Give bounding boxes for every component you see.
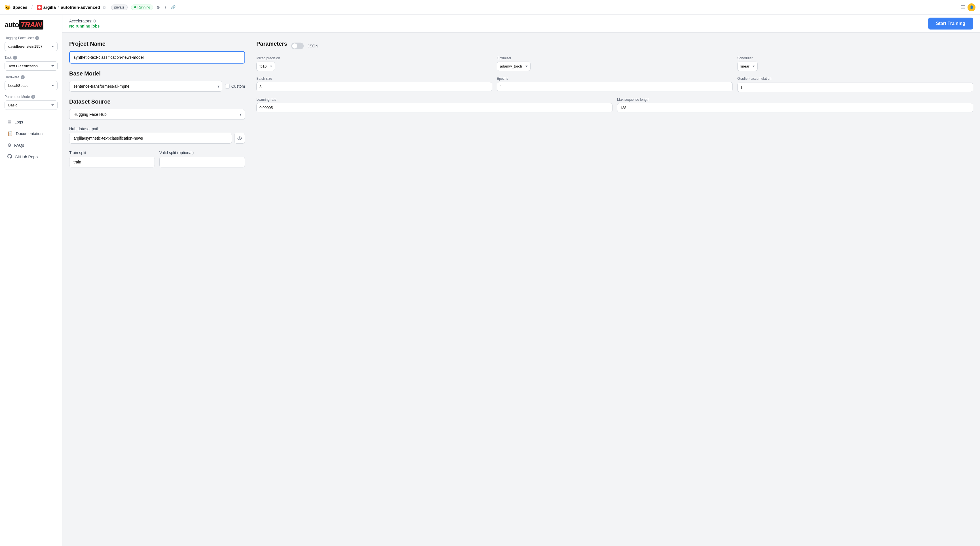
scheduler-group: Scheduler linear — [737, 56, 973, 71]
param-mode-select[interactable]: Basic — [5, 101, 57, 110]
sidebar-item-docs[interactable]: 📋 Documentation — [5, 128, 57, 139]
sidebar-item-faqs[interactable]: ⚙ FAQs — [5, 140, 57, 150]
params-row3: Learning rate Max sequence length — [256, 97, 973, 112]
hub-path-group: Hub dataset path — [69, 126, 245, 144]
svg-point-1 — [239, 137, 240, 139]
more-icon[interactable]: ⋮ — [164, 5, 168, 10]
task-section: Task i Text Classification — [5, 56, 57, 71]
epochs-input[interactable] — [497, 82, 733, 91]
params-row2: Batch size Epochs Gradient accumulation — [256, 77, 973, 92]
settings-icon[interactable]: ⚙ — [156, 5, 160, 10]
param-mode-info-icon[interactable]: i — [31, 95, 35, 99]
dataset-source-group: Dataset Source Hugging Face Hub ▾ — [69, 99, 245, 120]
json-toggle[interactable] — [291, 43, 304, 49]
hardware-section: Hardware i Local/Space — [5, 75, 57, 90]
learning-rate-input[interactable] — [256, 103, 612, 112]
model-select-wrapper: sentence-transformers/all-mpne ▾ — [69, 81, 222, 92]
epochs-label: Epochs — [497, 77, 733, 81]
hardware-info-icon[interactable]: i — [21, 75, 25, 79]
slash: / — [58, 5, 59, 10]
left-panel: Project Name Base Model sentence-transfo… — [69, 41, 245, 174]
max-seq-group: Max sequence length — [617, 97, 973, 112]
mixed-precision-label: Mixed precision — [256, 56, 492, 60]
sidebar: autoTRAIN Hugging Face User i davidberen… — [0, 15, 62, 546]
project-name-input[interactable] — [69, 51, 245, 64]
docs-label: Documentation — [16, 131, 43, 136]
gradient-group: Gradient accumulation — [737, 77, 973, 92]
right-panel: Parameters JSON Mixed precision fp16 — [256, 41, 973, 174]
copy-icon[interactable]: ⧉ — [103, 5, 105, 10]
task-info-icon[interactable]: i — [13, 56, 17, 60]
accelerators-text: Accelerators: 0 — [69, 19, 100, 23]
dataset-select-wrapper: Hugging Face Hub ▾ — [69, 109, 245, 120]
hardware-label: Hardware i — [5, 75, 57, 79]
custom-checkbox[interactable]: Custom — [225, 84, 245, 89]
topbar-right: ☰ 👤 — [961, 3, 975, 11]
valid-split-label: Valid split (optional) — [159, 150, 245, 155]
hamburger-icon[interactable]: ☰ — [961, 4, 965, 11]
scheduler-select[interactable]: linear — [737, 62, 758, 71]
spaces-link[interactable]: 🐱 Spaces — [5, 4, 27, 11]
logo-train: TRAIN — [19, 20, 43, 30]
start-training-button[interactable]: Start Training — [928, 18, 973, 30]
param-mode-section: Parameter Mode i Basic — [5, 95, 57, 110]
optimizer-select[interactable]: adamw_torch — [497, 62, 531, 71]
eye-icon — [237, 136, 242, 140]
spaces-label: Spaces — [13, 5, 27, 10]
gradient-input[interactable] — [737, 83, 973, 92]
org-repo: argilla / autotrain-advanced ⧉ — [37, 5, 105, 10]
dataset-source-select[interactable]: Hugging Face Hub — [69, 109, 245, 120]
hardware-select[interactable]: Local/Space — [5, 81, 57, 90]
project-name-group: Project Name — [69, 41, 245, 64]
toggle-slider — [291, 43, 304, 49]
private-badge: private — [111, 5, 127, 10]
hf-user-info-icon[interactable]: i — [35, 36, 39, 40]
eye-button[interactable] — [234, 133, 245, 144]
gradient-label: Gradient accumulation — [737, 77, 973, 81]
no-jobs-text: No running jobs — [69, 24, 100, 29]
sidebar-item-github[interactable]: GitHub Repo — [5, 152, 57, 162]
hub-path-input[interactable] — [69, 133, 232, 144]
splits-group: Train split Valid split (optional) — [69, 150, 245, 168]
faqs-label: FAQs — [14, 143, 24, 148]
optimizer-label: Optimizer — [497, 56, 733, 60]
base-model-select[interactable]: sentence-transformers/all-mpne — [69, 81, 222, 92]
sidebar-item-logs[interactable]: ▤ Logs — [5, 117, 57, 127]
train-split-label: Train split — [69, 150, 155, 155]
logo: autoTRAIN — [5, 21, 57, 29]
batch-size-input[interactable] — [256, 82, 492, 91]
max-seq-input[interactable] — [617, 103, 973, 112]
hf-user-select[interactable]: davidberenstein1957 — [5, 42, 57, 51]
learning-rate-label: Learning rate — [256, 97, 612, 102]
spaces-emoji: 🐱 — [5, 4, 11, 11]
faqs-icon: ⚙ — [7, 142, 11, 148]
repo-name: autotrain-advanced — [61, 5, 100, 10]
logs-label: Logs — [14, 120, 23, 124]
subheader-info: Accelerators: 0 No running jobs — [69, 19, 100, 29]
github-icon — [7, 154, 12, 160]
subheader: Accelerators: 0 No running jobs Start Tr… — [62, 15, 980, 33]
custom-label: Custom — [231, 84, 245, 89]
batch-size-label: Batch size — [256, 77, 492, 81]
content-area: Project Name Base Model sentence-transfo… — [62, 33, 980, 182]
json-toggle-label: JSON — [308, 44, 318, 48]
base-model-title: Base Model — [69, 70, 245, 77]
base-model-row: sentence-transformers/all-mpne ▾ Custom — [69, 81, 245, 92]
org-name[interactable]: argilla — [43, 5, 56, 10]
custom-checkbox-box — [225, 84, 230, 89]
valid-split-item: Valid split (optional) — [159, 150, 245, 168]
topbar: 🐱 Spaces / argilla / autotrain-advanced … — [0, 0, 980, 15]
train-split-input[interactable] — [69, 156, 155, 168]
main-content: Accelerators: 0 No running jobs Start Tr… — [62, 15, 980, 546]
task-select[interactable]: Text Classification — [5, 61, 57, 71]
logs-icon: ▤ — [7, 119, 12, 125]
valid-split-input[interactable] — [159, 156, 245, 168]
mixed-precision-group: Mixed precision fp16 — [256, 56, 492, 71]
mixed-precision-select[interactable]: fp16 — [256, 62, 275, 71]
split-row: Train split Valid split (optional) — [69, 150, 245, 168]
link-icon[interactable]: 🔗 — [171, 5, 175, 10]
user-avatar[interactable]: 👤 — [967, 3, 975, 11]
learning-rate-group: Learning rate — [256, 97, 612, 112]
max-seq-label: Max sequence length — [617, 97, 973, 102]
github-label: GitHub Repo — [15, 155, 38, 159]
